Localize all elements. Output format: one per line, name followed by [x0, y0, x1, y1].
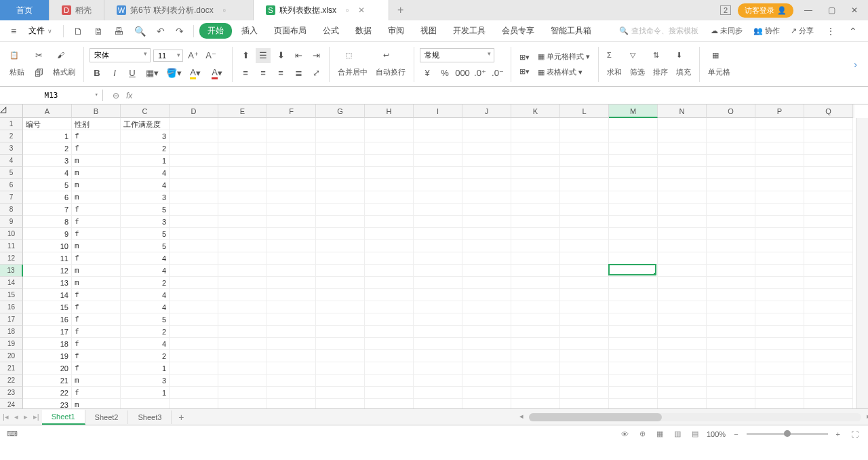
data-cell[interactable]: 5	[23, 179, 72, 191]
cell[interactable]	[511, 326, 560, 338]
data-cell[interactable]: 2	[121, 350, 170, 362]
cell[interactable]	[707, 301, 755, 313]
header-cell[interactable]: 性别	[72, 118, 121, 130]
data-cell[interactable]: 3	[121, 191, 170, 204]
cell[interactable]	[218, 387, 267, 399]
cell[interactable]	[755, 362, 804, 375]
tab-doke[interactable]: D 稻壳	[50, 0, 104, 20]
cell[interactable]	[316, 252, 365, 265]
cell[interactable]	[316, 338, 365, 350]
cell[interactable]	[804, 204, 853, 216]
column-header[interactable]: C	[121, 104, 170, 118]
cell[interactable]	[658, 350, 707, 362]
cell[interactable]	[560, 277, 609, 289]
cell[interactable]	[267, 399, 316, 408]
cell[interactable]	[804, 387, 853, 399]
data-cell[interactable]: m	[72, 375, 121, 387]
cell[interactable]	[365, 155, 414, 167]
currency-icon[interactable]: ¥	[420, 65, 435, 80]
format-table-button[interactable]: ⊞▾	[517, 66, 532, 77]
cell[interactable]	[609, 301, 658, 313]
login-button[interactable]: 访客登录 👤	[738, 3, 793, 18]
row-header[interactable]: 23	[0, 387, 23, 399]
data-cell[interactable]: 3	[121, 375, 170, 387]
cell[interactable]	[316, 399, 365, 408]
cell[interactable]	[462, 350, 511, 362]
cell[interactable]	[658, 155, 707, 167]
cell[interactable]	[414, 228, 462, 240]
cell[interactable]	[462, 375, 511, 387]
cell[interactable]	[365, 313, 414, 326]
sheet-nav-last-icon[interactable]: ▸|	[31, 413, 42, 421]
cell[interactable]	[218, 118, 267, 130]
cell[interactable]	[609, 277, 658, 289]
menu-formula[interactable]: 公式	[316, 22, 346, 39]
data-cell[interactable]: 19	[23, 350, 72, 362]
data-cell[interactable]: f	[72, 326, 121, 338]
cell[interactable]	[707, 142, 755, 155]
cell[interactable]	[365, 338, 414, 350]
italic-button[interactable]: I	[107, 66, 122, 81]
view-break-icon[interactable]: ▤	[689, 428, 701, 440]
row-header[interactable]: 6	[0, 179, 23, 191]
cell[interactable]	[267, 301, 316, 313]
cell[interactable]	[707, 375, 755, 387]
cell[interactable]	[609, 228, 658, 240]
cell[interactable]	[316, 216, 365, 228]
cell[interactable]	[170, 289, 218, 301]
cell[interactable]	[755, 375, 804, 387]
cell[interactable]	[365, 228, 414, 240]
cell[interactable]	[218, 130, 267, 142]
coop-button[interactable]: 👥 协作	[751, 24, 783, 37]
print-icon[interactable]: 🖶	[110, 23, 127, 39]
cell[interactable]	[658, 326, 707, 338]
cell[interactable]	[804, 375, 853, 387]
cell[interactable]	[414, 313, 462, 326]
cell[interactable]	[462, 118, 511, 130]
column-header[interactable]: P	[755, 104, 804, 118]
data-cell[interactable]: 4	[121, 265, 170, 277]
cell[interactable]	[511, 301, 560, 313]
cell[interactable]	[707, 387, 755, 399]
row-header[interactable]: 8	[0, 204, 23, 216]
cell[interactable]	[755, 228, 804, 240]
row-header[interactable]: 7	[0, 191, 23, 204]
menu-data[interactable]: 数据	[349, 22, 378, 39]
sheet-tab-1[interactable]: Sheet1	[42, 410, 85, 425]
data-cell[interactable]: 5	[121, 228, 170, 240]
column-header[interactable]: L	[560, 104, 609, 118]
row-header[interactable]: 14	[0, 277, 23, 289]
sheet-tab-3[interactable]: Sheet3	[128, 410, 172, 424]
cell[interactable]	[170, 313, 218, 326]
cell[interactable]	[267, 313, 316, 326]
cell[interactable]	[170, 216, 218, 228]
cell[interactable]	[658, 313, 707, 326]
data-cell[interactable]: f	[72, 338, 121, 350]
data-cell[interactable]: f	[72, 387, 121, 399]
cell[interactable]	[316, 313, 365, 326]
cell[interactable]	[755, 289, 804, 301]
cell[interactable]	[755, 265, 804, 277]
data-cell[interactable]: 3	[121, 130, 170, 142]
data-cell[interactable]: 4	[121, 167, 170, 179]
cell[interactable]	[560, 252, 609, 265]
cell[interactable]	[218, 191, 267, 204]
cell[interactable]	[658, 375, 707, 387]
data-cell[interactable]: 3	[23, 155, 72, 167]
ribbon-expand-icon[interactable]: ›	[850, 56, 861, 73]
cell[interactable]	[462, 191, 511, 204]
cell[interactable]	[755, 338, 804, 350]
cell[interactable]	[707, 350, 755, 362]
cell[interactable]	[804, 179, 853, 191]
cell[interactable]	[462, 326, 511, 338]
data-cell[interactable]: f	[72, 313, 121, 326]
cell[interactable]	[462, 216, 511, 228]
menu-member[interactable]: 会员专享	[495, 22, 541, 39]
column-header[interactable]: M	[609, 104, 658, 118]
cell[interactable]	[707, 265, 755, 277]
cell[interactable]	[804, 277, 853, 289]
cell[interactable]	[707, 118, 755, 130]
cell[interactable]	[414, 179, 462, 191]
cell[interactable]	[560, 179, 609, 191]
cell[interactable]	[511, 191, 560, 204]
